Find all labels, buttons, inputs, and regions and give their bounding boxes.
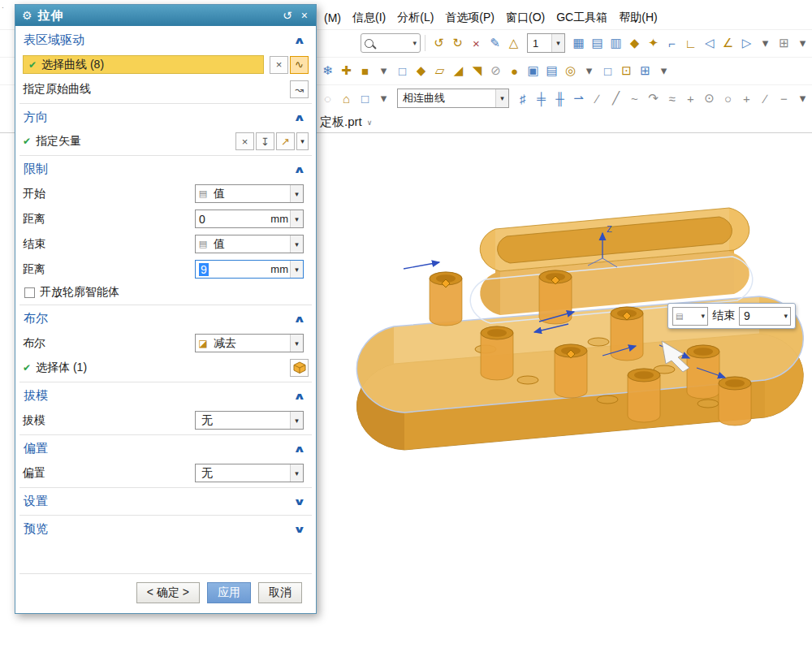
draft-combo[interactable]: 无 ▾ [195,411,304,430]
toolbar-icon[interactable]: ⌐ [663,33,681,53]
toolbar-icon[interactable]: ◁ [700,33,719,53]
chevron-up-icon[interactable]: ∧ [293,112,311,123]
toolbar-icon[interactable]: □ [356,89,374,108]
specify-origin-curve-button[interactable]: ↝ [290,80,309,98]
chevron-down-icon[interactable]: ▾ [413,39,417,47]
chevron-down-icon[interactable]: ∨ [293,496,311,508]
menu-item[interactable]: 窗口(O) [500,11,551,25]
chevron-up-icon[interactable]: ∧ [293,391,311,402]
menu-item[interactable]: 首选项(P) [439,11,500,25]
toolbar-icon[interactable]: ∠ [719,33,737,53]
toolbar-icon[interactable]: ♯ [513,89,532,108]
toolbar-icon[interactable]: ◌ [318,89,337,108]
menu-item[interactable]: (M) [318,11,347,24]
select-body-button[interactable] [290,359,309,377]
section-header-offset[interactable]: 偏置 ∧ [19,435,312,460]
command-search[interactable]: ▾ [361,33,421,53]
section-header-direction[interactable]: 方向 ∧ [19,104,312,129]
boss-wall[interactable] [480,208,749,315]
toolbar-icon[interactable]: ⊞ [636,61,654,80]
section-header-region[interactable]: 表区域驱动 ∧ [19,27,312,52]
toolbar-icon[interactable]: ⊙ [700,89,719,108]
menu-item[interactable]: 分析(L) [391,11,439,25]
vector-inferred-button[interactable]: ↗ [276,132,295,150]
toolbar-icon[interactable]: ● [505,61,524,80]
view-scale-combo[interactable]: 1 ▾ [527,33,565,53]
toolbar-icon[interactable]: ✚ [337,61,356,80]
curve-rule-combo[interactable]: 相连曲线 ▾ [397,89,509,108]
toolbar-icon[interactable]: ⊘ [486,61,505,80]
toolbar-icon[interactable]: ◢ [449,61,468,80]
end-distance-input[interactable]: 9 mm ▾ [195,260,304,279]
toolbar-icon[interactable]: ◥ [468,61,486,80]
section-header-draft[interactable]: 拔模 ∧ [19,382,312,408]
toolbar-icon[interactable]: ◆ [412,61,430,80]
toolbar-icon[interactable]: − [775,89,793,108]
toolbar-icon[interactable]: ╪ [532,89,551,108]
dropdown-caret[interactable]: ▾ [374,89,393,108]
boolean-combo[interactable]: ◪ 减去 ▾ [195,334,304,352]
chevron-up-icon[interactable]: ∧ [293,443,311,455]
start-limit-combo[interactable]: ▤ 值 ▾ [195,184,304,203]
dropdown-caret[interactable]: ▾ [654,61,673,80]
toolbar-icon[interactable]: ∕ [588,89,607,108]
toolbar-icon[interactable]: ↻ [448,33,467,53]
end-limit-combo[interactable]: ▤ 值 ▾ [195,235,304,253]
dialog-close-button[interactable]: × [300,9,309,22]
menu-item[interactable]: 信息(I) [347,11,391,25]
toolbar-icon[interactable]: ▤ [588,33,607,53]
toolbar-icon[interactable]: + [737,89,756,108]
deselect-button[interactable]: × [270,56,288,74]
chevron-down-icon[interactable]: ▾ [551,34,564,52]
dropdown-caret[interactable]: ▾ [793,89,812,108]
chevron-down-icon[interactable]: ∨ [367,119,373,127]
chevron-up-icon[interactable]: ∧ [293,164,311,175]
chevron-down-icon[interactable]: ▾ [495,89,508,107]
toolbar-icon[interactable]: □ [598,61,617,80]
start-distance-input[interactable]: 0 mm ▾ [195,210,304,228]
curve-rule-button[interactable]: ∿ [290,56,309,74]
dialog-reset-button[interactable]: ↺ [281,9,294,22]
vector-dialog-button[interactable]: ↧ [256,132,274,150]
toolbar-icon[interactable]: ╱ [607,89,625,108]
toolbar-icon[interactable]: ⊞ [775,33,793,53]
toolbar-icon[interactable]: ◎ [561,61,580,80]
toolbar-icon[interactable]: ✎ [486,33,504,53]
select-curve-field[interactable]: ✔ 选择曲线 (8) [23,55,264,74]
section-header-boolean[interactable]: 布尔 ∧ [19,305,312,330]
toolbar-icon[interactable]: ↺ [430,33,448,53]
toolbar-icon[interactable]: △ [504,33,523,53]
limit-option-combo[interactable]: ▤ ▾ [672,307,708,326]
part-tab[interactable]: 定板.prt ∨ [318,113,380,132]
menu-item[interactable]: 帮助(H) [613,11,663,25]
open-profile-checkbox[interactable] [24,287,35,298]
toolbar-icon[interactable]: □ [393,61,412,80]
menu-item[interactable]: GC工具箱 [551,11,613,25]
toolbar-icon[interactable]: ▣ [524,61,542,80]
dropdown-caret[interactable]: ▾ [374,61,393,80]
toolbar-icon[interactable]: ∕ [756,89,775,108]
dropdown-caret[interactable]: ▾ [756,33,775,53]
dialog-titlebar[interactable]: ⚙ 拉伸 ↺ × [15,5,316,26]
chevron-down-icon[interactable]: ∨ [293,524,311,535]
toolbar-icon[interactable]: ❄ [318,61,337,80]
ok-button[interactable]: < 确定 > [136,582,200,603]
cancel-button[interactable]: 取消 [258,582,302,603]
vector-options-caret[interactable]: ▾ [296,132,309,150]
section-header-preview[interactable]: 预览 ∨ [19,516,312,541]
vector-deselect-button[interactable]: × [235,132,254,150]
toolbar-icon[interactable]: ⊡ [617,61,636,80]
toolbar-icon[interactable]: ▦ [569,33,588,53]
apply-button[interactable]: 应用 [207,582,251,603]
toolbar-icon[interactable]: ◆ [625,33,644,53]
toolbar-icon[interactable]: ▱ [430,61,449,80]
section-header-limits[interactable]: 限制 ∧ [19,156,312,181]
offset-combo[interactable]: 无 ▾ [195,464,304,482]
toolbar-icon[interactable]: ⌂ [337,89,356,108]
toolbar-icon[interactable]: ↷ [644,89,663,108]
toolbar-icon[interactable]: ▷ [737,33,756,53]
chevron-up-icon[interactable]: ∧ [293,35,311,46]
section-header-settings[interactable]: 设置 ∨ [19,488,312,513]
toolbar-icon[interactable]: ✦ [644,33,663,53]
toolbar-icon[interactable]: ⇀ [569,89,588,108]
